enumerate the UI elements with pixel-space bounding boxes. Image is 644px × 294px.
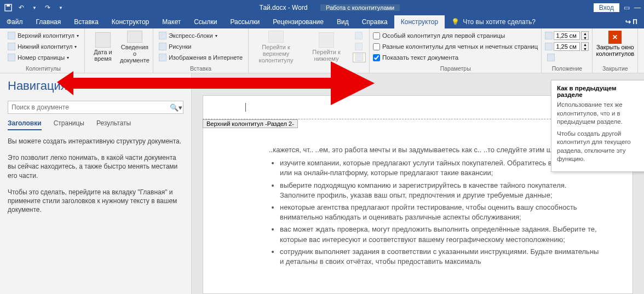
date-time-button[interactable]: Дата ивремя <box>88 31 118 64</box>
tooltip-title: Как в предыдущем разделе <box>557 85 642 98</box>
nav-tab-headings[interactable]: Заголовки <box>8 119 42 130</box>
page-number-icon <box>8 54 15 61</box>
tooltip-link-to-previous: Как в предыдущем разделе Использование т… <box>551 80 644 172</box>
list-item: выберите подходящую компанию и зарегистр… <box>280 181 600 200</box>
go-to-header-button: Перейти к верхнемуколонтитулу <box>252 31 300 64</box>
group-navigation: Перейти к верхнемуколонтитулу Перейти к … <box>249 28 370 73</box>
document-title: Тай.docx - Word Работа с колонтитулами <box>66 3 594 13</box>
insert-align-tab-button[interactable] <box>545 53 589 62</box>
first-page-checkbox[interactable]: Особый колонтитул для первой страницы <box>373 31 538 41</box>
footer-button[interactable]: Нижний колонтитул▾ <box>5 42 81 51</box>
nav-tab-results[interactable]: Результаты <box>96 119 131 130</box>
tell-me[interactable]: 💡 Что вы хотите сделать? <box>445 15 542 28</box>
top-margin-icon <box>545 32 553 39</box>
group-label: Вставка <box>157 64 245 72</box>
tab-view[interactable]: Вид <box>330 15 355 28</box>
login-button[interactable]: Вход <box>594 3 619 12</box>
blocks-icon <box>159 32 166 39</box>
title-bar: ↶ ▼ ↷ ▼ Тай.docx - Word Работа с колонти… <box>0 0 644 15</box>
undo-icon[interactable]: ↶ <box>16 3 26 13</box>
tab-help[interactable]: Справка <box>355 15 394 28</box>
text-cursor <box>245 103 246 112</box>
bulb-icon: 💡 <box>451 18 459 26</box>
footer-icon <box>8 43 15 50</box>
nav-tab-pages[interactable]: Страницы <box>54 119 84 130</box>
tab-layout[interactable]: Макет <box>156 15 187 28</box>
document-area[interactable]: ..кажется, чт.. ..ем, это работа мечты и… <box>192 73 644 294</box>
group-label: Закрытие <box>596 64 634 72</box>
group-close: ✕ Закрыть окно колонтитулов Закрытие <box>593 28 638 73</box>
header-icon <box>8 32 15 39</box>
group-label: Колонтитулы <box>5 64 81 72</box>
align-tab-icon <box>547 54 555 61</box>
go-to-footer-button[interactable]: Перейти к нижнему <box>302 31 350 64</box>
next-button[interactable] <box>353 42 366 51</box>
goto-header-icon <box>268 31 284 43</box>
navigation-pane: Навигация ✕ 🔍▾ Заголовки Страницы Резуль… <box>0 73 192 294</box>
tab-home[interactable]: Главная <box>30 15 68 28</box>
tab-header-footer-design[interactable]: Конструктор <box>394 15 445 28</box>
footer-label: Нижний колонтитул <box>18 43 72 50</box>
header-section-tag-left: Верхний колонтитул -Раздел 2- <box>203 119 298 128</box>
tab-mailings[interactable]: Рассылки <box>223 15 266 28</box>
footer-from-bottom[interactable]: ▲▼ <box>545 42 589 51</box>
pictures-button[interactable]: Рисунки <box>157 42 245 51</box>
header-button[interactable]: Верхний колонтитул▾ <box>5 31 81 41</box>
group-label: Параметры <box>373 64 538 72</box>
calendar-icon <box>95 32 111 48</box>
group-insert: Экспресс-блоки▾ Рисунки Изображения в Ин… <box>153 28 249 73</box>
minimize-icon[interactable]: — <box>634 4 641 11</box>
tooltip-desc2: Чтобы создать другой колонтитул для теку… <box>557 130 642 164</box>
chevron-down-icon[interactable]: ▼ <box>30 3 39 13</box>
picture-icon <box>159 43 166 50</box>
odd-even-checkbox[interactable]: Разные колонтитулы для четных и нечетных… <box>373 42 538 51</box>
previous-button[interactable] <box>353 31 366 41</box>
tab-references[interactable]: Ссылки <box>187 15 223 28</box>
doc-info-button[interactable]: Сведения одокументе <box>120 31 150 64</box>
nav-help-text: Вы можете создать интерактивную структур… <box>8 137 183 214</box>
ribbon-tabs: Файл Главная Вставка Конструктор Макет С… <box>0 15 644 28</box>
ribbon-options-icon[interactable]: ▭ <box>624 4 630 11</box>
title-text: Тай.docx - Word <box>260 4 308 11</box>
bottom-margin-icon <box>545 43 553 50</box>
online-pictures-button[interactable]: Изображения в Интернете <box>157 53 245 62</box>
search-box[interactable]: 🔍▾ <box>8 101 183 114</box>
close-header-footer-button[interactable]: ✕ Закрыть окно колонтитулов <box>596 31 634 57</box>
search-input[interactable] <box>8 101 169 113</box>
group-position: ▲▼ ▲▼ Положение <box>542 28 593 73</box>
search-icon[interactable]: 🔍▾ <box>169 101 183 113</box>
list-item: сотрудник выполняет задания в соответств… <box>280 247 600 267</box>
link-to-previous-button[interactable] <box>353 53 366 62</box>
chevron-down-icon[interactable]: ▼ <box>56 3 66 13</box>
save-icon[interactable] <box>3 3 13 13</box>
tab-review[interactable]: Рецензирование <box>266 15 330 28</box>
goto-footer-icon <box>319 32 334 48</box>
page-number-button[interactable]: Номер страницы▾ <box>5 53 81 62</box>
globe-icon <box>159 54 166 61</box>
tooltip-desc1: Использование тех же колонтитулов, что и… <box>557 101 642 126</box>
ribbon: Верхний колонтитул▾ Нижний колонтитул▾ Н… <box>0 28 644 73</box>
list-item: некоторые агентства предлагают пройти те… <box>280 203 600 222</box>
doc-info-icon <box>127 31 142 43</box>
tab-file[interactable]: Файл <box>0 15 30 28</box>
express-blocks-button[interactable]: Экспресс-блоки▾ <box>157 31 245 41</box>
redo-icon[interactable]: ↷ <box>43 3 53 13</box>
list-item: вас может ждать проверка, могут предложи… <box>280 224 600 244</box>
group-headers-footers: Верхний колонтитул▾ Нижний колонтитул▾ Н… <box>2 28 85 73</box>
header-from-top[interactable]: ▲▼ <box>545 31 589 41</box>
tab-design[interactable]: Конструктор <box>105 15 156 28</box>
show-text-checkbox[interactable]: Показать текст документа <box>373 53 538 62</box>
page-number-label: Номер страницы <box>18 54 65 61</box>
context-tab-label: Работа с колонтитулами <box>320 4 400 11</box>
link-previous-icon <box>355 54 363 61</box>
navigation-title: Навигация <box>8 79 183 93</box>
group-label: Положение <box>545 64 589 72</box>
group-date-info: Дата ивремя Сведения одокументе <box>85 28 153 73</box>
prev-icon <box>355 32 363 39</box>
close-icon: ✕ <box>608 31 622 44</box>
close-pane-button[interactable]: ✕ <box>178 80 183 88</box>
svg-rect-1 <box>7 4 10 7</box>
share-icon[interactable]: ↪ П <box>619 15 644 28</box>
tab-insert[interactable]: Вставка <box>67 15 105 28</box>
tell-me-text: Что вы хотите сделать? <box>463 18 536 26</box>
